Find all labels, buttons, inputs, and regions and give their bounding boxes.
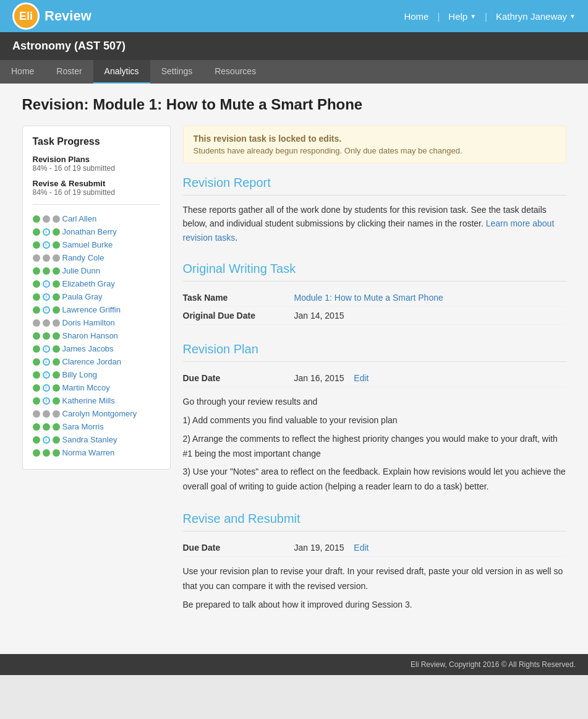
student-name-link[interactable]: Norma Warren <box>62 448 115 457</box>
student-name-link[interactable]: Clarence Jordan <box>62 357 121 366</box>
dot-green-icon <box>53 241 60 249</box>
revise-instruction-0: Use your revision plan to revise your dr… <box>183 564 566 594</box>
home-link[interactable]: Home <box>404 11 428 22</box>
student-name-link[interactable]: Martin Mccoy <box>62 383 110 392</box>
student-row: iSandra Stanley <box>33 433 160 446</box>
dot-gray-icon <box>53 410 60 418</box>
student-row: iLawrence Griffin <box>33 303 160 316</box>
revision-plan-due-row: Due Date Jan 16, 2015 Edit <box>183 369 566 387</box>
dot-blue-icon: i <box>43 436 50 444</box>
revise-resubmit-label: Revise & Resubmit <box>33 179 160 188</box>
dot-green-icon <box>33 358 40 366</box>
dot-green-icon <box>33 332 40 340</box>
student-name-link[interactable]: Julie Dunn <box>62 266 100 275</box>
dot-green-icon <box>53 306 60 314</box>
dot-blue-icon: i <box>43 345 50 353</box>
dot-green-icon <box>53 397 60 405</box>
student-name-link[interactable]: Sandra Stanley <box>62 435 117 444</box>
dot-green-icon <box>33 423 40 431</box>
student-name-link[interactable]: Samuel Burke <box>62 240 113 249</box>
dot-green-icon <box>33 280 40 288</box>
logo-text: Review <box>45 8 92 24</box>
revision-plans-label: Revision Plans <box>33 155 160 164</box>
student-name-link[interactable]: Carolyn Montgomery <box>62 409 137 418</box>
dot-green-icon <box>43 267 50 275</box>
student-name-link[interactable]: Sara Morris <box>62 422 104 431</box>
dot-green-icon <box>53 345 60 353</box>
course-bar: Astronomy (AST 507) <box>0 32 588 60</box>
revision-report-section: Revision Report These reports gather all… <box>183 176 566 244</box>
student-name-link[interactable]: Elizabeth Gray <box>62 279 115 288</box>
student-name-link[interactable]: Lawrence Griffin <box>62 305 121 314</box>
subnav-resources[interactable]: Resources <box>203 60 267 84</box>
dot-green-icon <box>33 345 40 353</box>
student-name-link[interactable]: Randy Cole <box>62 253 104 262</box>
revision-plan-edit-link[interactable]: Edit <box>354 373 369 383</box>
dot-green-icon <box>53 358 60 366</box>
subnav-home[interactable]: Home <box>0 60 45 84</box>
revision-plan-due-value: Jan 16, 2015 Edit <box>294 373 369 383</box>
dot-green-icon <box>33 449 40 457</box>
dot-gray-icon <box>33 410 40 418</box>
dot-blue-icon: i <box>43 358 50 366</box>
student-name-link[interactable]: Billy Long <box>62 370 97 379</box>
revise-resubmit-sub: 84% - 16 of 19 submitted <box>33 188 160 197</box>
student-name-link[interactable]: Jonathan Berry <box>62 227 117 236</box>
help-dropdown[interactable]: Help ▼ <box>448 11 476 22</box>
plan-instruction-3: 3) Use your "Notes" area to reflect on t… <box>183 465 566 494</box>
dot-green-icon <box>33 436 40 444</box>
subnav-analytics[interactable]: Analytics <box>93 60 150 84</box>
dot-green-icon <box>53 332 60 340</box>
student-name-link[interactable]: Sharon Hanson <box>62 331 118 340</box>
subnav-roster[interactable]: Roster <box>45 60 93 84</box>
dot-green-icon <box>33 241 40 249</box>
dot-green-icon <box>33 371 40 379</box>
task-name-value: Module 1: How to Mute a Smart Phone <box>294 293 443 303</box>
student-row: iBilly Long <box>33 368 160 381</box>
student-row: iMartin Mccoy <box>33 381 160 394</box>
dot-green-icon <box>53 384 60 392</box>
main-wrapper: Revision: Module 1: How to Mute a Smart … <box>0 84 588 654</box>
revise-instruction-1: Be prepared to talk about how it improve… <box>183 598 566 613</box>
dot-blue-icon: i <box>43 241 50 249</box>
student-name-link[interactable]: Carl Allen <box>62 214 97 223</box>
task-name-label: Task Name <box>183 293 282 303</box>
student-row: iKatherine Mills <box>33 394 160 407</box>
dot-green-icon <box>33 293 40 301</box>
dot-blue-icon: i <box>43 280 50 288</box>
subnav-settings[interactable]: Settings <box>150 60 204 84</box>
student-name-link[interactable]: Katherine Mills <box>62 396 115 405</box>
logo-area: Eli Review <box>12 2 92 30</box>
dot-green-icon <box>33 215 40 223</box>
dot-gray-icon <box>43 254 50 262</box>
dot-green-icon <box>53 228 60 236</box>
help-label: Help <box>448 11 467 22</box>
user-dropdown[interactable]: Kathryn Janeway ▼ <box>496 11 576 22</box>
revision-plan-header: Revision Plan <box>183 342 566 362</box>
dot-gray-icon <box>43 319 50 327</box>
dot-gray-icon <box>43 410 50 418</box>
original-writing-task-section: Original Writing Task Task Name Module 1… <box>183 262 566 325</box>
student-name-link[interactable]: Paula Gray <box>62 292 103 301</box>
alert-body: Students have already begun responding. … <box>194 146 556 155</box>
dot-green-icon <box>53 371 60 379</box>
original-due-date-label: Original Due Date <box>183 311 282 321</box>
main-content: This revision task is locked to edits. S… <box>183 126 566 629</box>
alert-title: This revision task is locked to edits. <box>194 134 556 144</box>
top-nav: Eli Review Home | Help ▼ | Kathryn Janew… <box>0 0 588 32</box>
original-due-date-row: Original Due Date Jan 14, 2015 <box>183 307 566 325</box>
dot-green-icon <box>33 397 40 405</box>
dot-gray-icon <box>33 319 40 327</box>
student-row: Carolyn Montgomery <box>33 407 160 420</box>
revise-resubmit-edit-link[interactable]: Edit <box>354 543 369 553</box>
user-label: Kathryn Janeway <box>496 11 567 22</box>
student-name-link[interactable]: James Jacobs <box>62 344 114 353</box>
page-title: Revision: Module 1: How to Mute a Smart … <box>22 96 566 113</box>
nav-separator-2: | <box>485 11 487 22</box>
sub-nav: Home Roster Analytics Settings Resources <box>0 60 588 84</box>
task-name-link[interactable]: Module 1: How to Mute a Smart Phone <box>294 293 443 303</box>
student-name-link[interactable]: Doris Hamilton <box>62 318 115 327</box>
revision-plan-details: Due Date Jan 16, 2015 Edit <box>183 369 566 387</box>
revise-resubmit-section: Revise and Resubmit Due Date Jan 19, 201… <box>183 512 566 612</box>
dot-gray-icon <box>43 215 50 223</box>
